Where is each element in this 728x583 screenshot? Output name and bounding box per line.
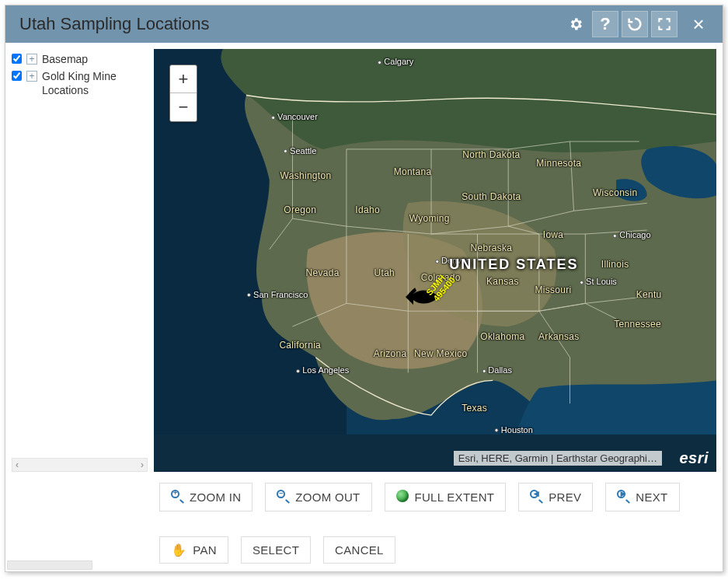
- zoom-out-button[interactable]: −: [170, 93, 197, 121]
- layer-checkbox-goldking[interactable]: [12, 71, 22, 81]
- map-label-los-angeles: Los Angeles: [296, 365, 349, 375]
- map-label-kentu: Kentu: [636, 289, 662, 300]
- map-label-texas: Texas: [462, 403, 487, 414]
- map-label-utah: Utah: [374, 267, 395, 278]
- close-icon[interactable]: ×: [685, 11, 712, 37]
- map-label-st-louis: St Louis: [580, 277, 617, 286]
- map-label-kansas: Kansas: [486, 276, 519, 287]
- layer-checkbox-basemap[interactable]: [12, 54, 22, 64]
- magnifier-plus-icon: +: [171, 490, 183, 504]
- map-label-washington: Washington: [280, 170, 332, 181]
- map-attribution: Esri, HERE, Garmin | Earthstar Geographi…: [454, 451, 662, 466]
- magnifier-minus-icon: –: [277, 490, 289, 504]
- map-label-wyoming: Wyoming: [409, 213, 450, 224]
- map-label-minnesota: Minnesota: [536, 158, 581, 169]
- map-label-wisconsin: Wisconsin: [593, 187, 637, 198]
- map-label-illinois: Illinois: [601, 259, 629, 270]
- scroll-left-icon[interactable]: ‹: [16, 459, 19, 470]
- tool-label: CANCEL: [335, 543, 384, 557]
- main-area: + Basemap + Gold King Mine Locations ‹ ›: [12, 49, 716, 472]
- layer-item-basemap[interactable]: + Basemap: [12, 51, 148, 68]
- reload-icon[interactable]: [622, 11, 648, 37]
- map-label-missouri: Missouri: [535, 285, 571, 295]
- layer-label: Gold King Mine Locations: [42, 69, 148, 97]
- map-label-north-dakota: North Dakota: [462, 149, 520, 160]
- map-label-montana: Montana: [394, 166, 432, 177]
- map-toolbar: + ZOOM IN – ZOOM OUT FULL EXTENT ◄ PREV …: [12, 472, 716, 567]
- next-extent-tool[interactable]: ► NEXT: [605, 483, 679, 511]
- map-label-california: California: [279, 340, 321, 351]
- map-label-idaho: Idaho: [355, 204, 380, 215]
- tool-label: ZOOM OUT: [295, 490, 360, 504]
- full-extent-tool[interactable]: FULL EXTENT: [385, 483, 507, 511]
- map-label-nebraska: Nebraska: [471, 243, 513, 253]
- zoom-control: + −: [169, 65, 197, 122]
- map-label-tennessee: Tennessee: [614, 319, 661, 330]
- basemap-terrain: [154, 49, 716, 435]
- map-label-chicago: Chicago: [613, 230, 650, 239]
- expand-icon[interactable]: +: [26, 54, 37, 65]
- layer-list: + Basemap + Gold King Mine Locations: [12, 49, 148, 455]
- map-label-dallas: Dallas: [482, 365, 512, 375]
- layer-label: Basemap: [42, 52, 148, 66]
- layer-item-goldking[interactable]: + Gold King Mine Locations: [12, 68, 148, 99]
- window-bottom-scrollbar[interactable]: [7, 560, 92, 570]
- prev-extent-tool[interactable]: ◄ PREV: [518, 483, 593, 511]
- hand-icon: ✋: [171, 544, 186, 557]
- expand-icon[interactable]: +: [26, 71, 37, 82]
- tool-label: FULL EXTENT: [415, 490, 495, 504]
- map-label-seattle: Seattle: [284, 146, 316, 155]
- country-label-us: UNITED STATES: [449, 257, 578, 271]
- map-label-houston: Houston: [495, 425, 533, 435]
- pan-tool[interactable]: ✋ PAN: [159, 536, 228, 564]
- zoom-out-tool[interactable]: – ZOOM OUT: [265, 483, 371, 511]
- map-label-new-mexico: New Mexico: [414, 348, 467, 359]
- map-window: Utah Sampling Locations ? × + Basemap: [5, 5, 723, 572]
- tool-label: ZOOM IN: [190, 490, 241, 504]
- window-title: Utah Sampling Locations: [19, 14, 559, 34]
- map-label-arizona: Arizona: [374, 348, 407, 359]
- map-label-nevada: Nevada: [306, 267, 340, 278]
- tool-label: PREV: [549, 490, 581, 504]
- layer-sidebar: + Basemap + Gold King Mine Locations ‹ ›: [12, 49, 148, 472]
- settings-icon[interactable]: [563, 11, 589, 37]
- tool-label: SELECT: [253, 543, 299, 557]
- scroll-right-icon[interactable]: ›: [141, 459, 144, 470]
- zoom-in-button[interactable]: +: [170, 65, 197, 93]
- map-label-oregon: Oregon: [284, 204, 316, 215]
- esri-logo: esri: [679, 449, 709, 467]
- tool-label: PAN: [193, 543, 217, 557]
- map-label-oklahoma: Oklahoma: [480, 331, 524, 342]
- zoom-in-tool[interactable]: + ZOOM IN: [159, 483, 253, 511]
- map-viewport[interactable]: + − UNITED STATES SJMH495400 CalgaryVanc…: [154, 49, 716, 472]
- fullscreen-icon[interactable]: [651, 11, 677, 37]
- map-label-iowa: Iowa: [543, 229, 564, 240]
- select-tool[interactable]: SELECT: [241, 536, 311, 564]
- window-body: + Basemap + Gold King Mine Locations ‹ ›: [5, 43, 723, 571]
- tool-label: NEXT: [636, 490, 667, 504]
- titlebar: Utah Sampling Locations ? ×: [5, 5, 723, 43]
- magnifier-prev-icon: ◄: [530, 490, 542, 504]
- globe-icon: [396, 490, 409, 504]
- magnifier-next-icon: ►: [617, 490, 629, 504]
- help-icon[interactable]: ?: [592, 11, 618, 37]
- cancel-tool[interactable]: CANCEL: [323, 536, 395, 564]
- sidebar-scrollbar[interactable]: ‹ ›: [12, 458, 148, 472]
- map-label-calgary: Calgary: [378, 57, 413, 66]
- map-label-arkansas: Arkansas: [538, 331, 579, 342]
- map-label-san-francisco: San Francisco: [247, 290, 308, 299]
- map-label-vancouver: Vancouver: [271, 112, 318, 121]
- map-label-south-dakota: South Dakota: [462, 191, 521, 202]
